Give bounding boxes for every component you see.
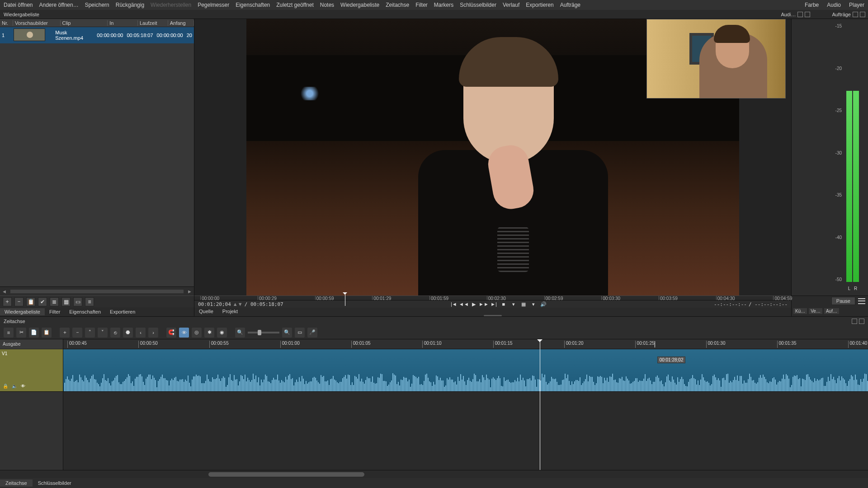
webcam-overlay[interactable] [646,19,786,99]
volume-icon[interactable]: 🔊 [539,300,547,308]
timeline-tab-0[interactable]: Zeitachse [0,479,33,487]
menu-verlauf[interactable]: Verlauf [503,2,519,8]
playlist-tab-eigenschaften[interactable]: Eigenschaften [65,308,105,315]
next-marker-button[interactable]: › [148,328,158,338]
playlist-col-0[interactable]: Nr. [0,20,13,26]
menu-filter[interactable]: Filter [415,2,428,8]
menu-wiederherstellen[interactable]: Wiederherstellen [151,2,191,8]
jobs-tab[interactable]: Kü… [793,308,807,314]
playlist-tab-exportieren[interactable]: Exportieren [105,308,140,315]
playlist-tool-0[interactable]: ＋ [3,297,12,306]
pause-jobs-button[interactable]: Pause [831,297,855,305]
playlist-tool-6[interactable]: ▭ [73,297,82,306]
lift-button[interactable]: ˄ [85,328,95,338]
scrub-audio-button[interactable]: 👁 [179,328,189,338]
menu-player[interactable]: Player [849,2,864,8]
playlist-col-2[interactable]: Clip [61,20,108,26]
play-button[interactable]: ▶ [470,300,478,308]
stop-button[interactable]: ■ [500,300,508,308]
track-lock-icon[interactable]: 🔒 [3,384,8,389]
timeline-menu-button[interactable]: ≡ [4,328,14,338]
dock-icon[interactable] [797,12,803,17]
remove-button[interactable]: － [72,328,82,338]
timeline-scrollbar[interactable] [0,470,868,478]
paste-button[interactable]: 📋 [42,328,52,338]
cut-button[interactable]: ✂ [16,328,26,338]
append-button[interactable]: ＋ [60,328,70,338]
zoom-slider[interactable] [248,332,279,333]
timeline-tracks-area[interactable]: 00:00:4500:00:5000:00:5500:01:0000:01:05… [63,339,868,470]
menu-datei-ffnen[interactable]: Datei öffnen [4,2,33,8]
current-timecode[interactable]: 00:01:20;04 [198,301,231,307]
output-track-header[interactable]: Ausgabe [0,339,63,349]
menu-exportieren[interactable]: Exportieren [526,2,553,8]
menu-andere-ffnen-[interactable]: Andere öffnen… [39,2,79,8]
fast-forward-button[interactable]: ►► [480,300,488,308]
timeline-tab-1[interactable]: Schlüsselbilder [33,479,77,487]
dock-icon-2[interactable] [853,12,858,17]
player-scrub-bar[interactable]: 00:00:0000:00:2900:00:5900:01:2900:01:59… [194,296,791,300]
menu-wiedergabeliste[interactable]: Wiedergabeliste [340,2,379,8]
scrub-playhead[interactable] [345,292,345,306]
player-tab-quelle[interactable]: Quelle [194,308,218,315]
track-v1-header[interactable]: V1 🔒 🔈 👁 [0,349,63,392]
jobs-tab[interactable]: Auf… [824,308,839,314]
menu-farbe[interactable]: Farbe [805,2,819,8]
menu-zuletzt-ge-ffnet[interactable]: Zuletzt geöffnet [276,2,314,8]
timeline-close-icon[interactable] [859,319,864,324]
ripple-button[interactable]: ◎ [192,328,202,338]
record-audio-button[interactable]: 🎤 [307,328,317,338]
close-panel-icon[interactable] [805,12,810,17]
track-mute-icon[interactable]: 🔈 [12,384,17,389]
playlist-tab-filter[interactable]: Filter [45,308,65,315]
snap-button[interactable]: 🧲 [166,328,176,338]
playlist-col-4[interactable]: Laufzeit [138,20,168,26]
menu-r-ckg-ngig[interactable]: Rückgängig [116,2,144,8]
player-tab-projekt[interactable]: Projekt [218,308,242,315]
copy-button[interactable]: 📄 [29,328,39,338]
menu-notes[interactable]: Notes [320,2,334,8]
skip-end-button[interactable]: ►| [490,300,498,308]
track-hide-icon[interactable]: 👁 [21,384,25,389]
playlist-scrollbar[interactable]: ◄► [0,286,194,296]
track-v1-row[interactable] [63,349,868,392]
overwrite-button[interactable]: ˅ [98,328,108,338]
skip-start-button[interactable]: |◄ [450,300,458,308]
menu-schl-sselbilder[interactable]: Schlüsselbilder [460,2,496,8]
marker-button[interactable]: ⬣ [123,328,133,338]
zoom-in-button[interactable]: 🔍 [282,328,292,338]
grid-icon[interactable]: ▦ [519,300,528,308]
playlist-tool-7[interactable]: ≡ [85,297,94,306]
ripple-markers-button[interactable]: ◉ [217,328,227,338]
close-panel-icon-2[interactable] [860,12,865,17]
menu-audio[interactable]: Audio [827,2,841,8]
rewind-button[interactable]: ◄◄ [460,300,468,308]
ripple-all-button[interactable]: ✱ [204,328,214,338]
playlist-tool-1[interactable]: － [14,297,24,306]
timeline-clip[interactable] [63,349,868,391]
dropdown-icon-2[interactable]: ▾ [529,300,538,308]
jobs-menu-icon[interactable] [858,297,865,305]
playlist-tool-2[interactable]: 📋 [26,297,35,306]
playlist-col-1[interactable]: Vorschaubilder [13,20,61,26]
playlist-body[interactable] [0,43,194,286]
playlist-col-5[interactable]: Anfang [168,20,194,26]
timeline-dock-icon[interactable] [852,319,857,324]
menu-pegelmesser[interactable]: Pegelmesser [198,2,229,8]
playlist-row[interactable]: 1 Musk Szenen.mp4 00:00:00:00 00:05:18:0… [0,27,194,43]
zoom-out-button[interactable]: 🔍 [235,328,245,338]
playlist-tool-5[interactable]: ▦ [61,297,71,306]
playlist-col-3[interactable]: In [108,20,138,26]
playlist-tab-wiedergabeliste[interactable]: Wiedergabeliste [0,308,45,315]
prev-marker-button[interactable]: ‹ [136,328,146,338]
menu-eigenschaften[interactable]: Eigenschaften [236,2,270,8]
playlist-tool-3[interactable]: ✔ [38,297,47,306]
timeline-ruler[interactable]: 00:00:4500:00:5000:00:5500:01:0000:01:05… [63,339,868,349]
jobs-tab[interactable]: Ve… [809,308,822,314]
zoom-fit-button[interactable]: ▭ [295,328,305,338]
split-button[interactable]: ⎋ [110,328,120,338]
menu-speichern[interactable]: Speichern [85,2,109,8]
timeline-playhead[interactable] [540,339,540,470]
dropdown-icon[interactable]: ▾ [509,300,518,308]
menu-markers[interactable]: Markers [434,2,453,8]
